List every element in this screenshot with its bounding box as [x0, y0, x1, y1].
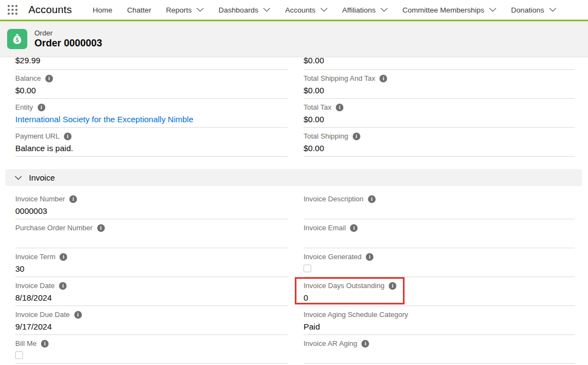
field-value: 0 — [304, 292, 575, 303]
info-icon[interactable]: i — [379, 75, 387, 82]
field-value: $0.00 — [15, 85, 288, 96]
chevron-down-icon — [197, 8, 204, 12]
invoice-generated-checkbox[interactable] — [304, 265, 311, 272]
field-label: Balance — [15, 74, 41, 82]
field-payment-url: Payment URLiBalance is paid. — [15, 128, 288, 157]
order-money-bag-icon: $ — [7, 29, 27, 49]
nav-tab-home[interactable]: Home — [93, 4, 112, 16]
info-icon[interactable]: i — [368, 195, 376, 203]
info-icon[interactable]: i — [353, 133, 360, 140]
field-value: 9/17/2024 — [15, 321, 288, 332]
field-label: Bill Me — [15, 339, 37, 348]
field-value: $0.00 — [304, 143, 575, 154]
field-value — [304, 206, 575, 217]
field-value — [304, 350, 575, 361]
info-icon[interactable]: i — [41, 340, 49, 348]
nav-tab-label: Dashboards — [218, 6, 258, 14]
field-value: $29.99 — [15, 57, 288, 66]
field-value: Paid — [304, 321, 575, 332]
field-label: Total Shipping — [304, 132, 348, 140]
info-icon[interactable]: i — [97, 224, 105, 232]
field-label: Invoice AR Aging — [304, 339, 357, 348]
field-total-shipping-and-tax: Total Shipping And Taxi$0.00 — [304, 70, 575, 99]
field-value: International Society for the Exceptiona… — [15, 114, 288, 125]
info-icon[interactable]: i — [74, 311, 82, 319]
chevron-down-icon — [15, 176, 22, 180]
field-value: $0.00 — [304, 57, 575, 66]
field-column-left-top: $29.99Balancei$0.00EntityiInternational … — [15, 57, 288, 157]
nav-tab-affiliations[interactable]: Affiliations — [342, 4, 388, 16]
record-title: Order 0000003 — [34, 38, 102, 49]
nav-tab-label: Donations — [511, 6, 544, 14]
field-label: Invoice Aging Schedule Category — [304, 310, 408, 319]
field-label: Payment URL — [15, 132, 60, 140]
nav-tabs: HomeChatterReportsDashboardsAccountsAffi… — [93, 4, 588, 16]
record-header: $ Order Order 0000003 — [0, 21, 588, 57]
info-icon[interactable]: i — [45, 75, 53, 82]
field-value: Balance is paid. — [15, 143, 288, 154]
record-detail-panel: $29.99Balancei$0.00EntityiInternational … — [0, 57, 588, 364]
field-scrolled-value: $0.00 — [304, 57, 575, 70]
field-label: Invoice Generated — [304, 253, 361, 261]
field-label: Invoice Term — [15, 253, 55, 261]
field-label: Purchase Order Number — [15, 224, 93, 232]
field-invoice-due-date: Invoice Due Datei9/17/2024 — [15, 306, 288, 335]
info-icon[interactable]: i — [69, 195, 77, 203]
chevron-down-icon — [263, 8, 270, 12]
chevron-down-icon — [381, 8, 388, 12]
field-purchase-order-number: Purchase Order Numberi — [15, 219, 288, 248]
field-label: Invoice Description — [304, 195, 364, 203]
field-entity: EntityiInternational Society for the Exc… — [15, 99, 288, 128]
info-icon[interactable]: i — [389, 282, 396, 290]
field-value: 30 — [15, 264, 288, 274]
nav-tab-label: Affiliations — [342, 6, 376, 14]
info-icon[interactable]: i — [64, 133, 72, 140]
bill-me-checkbox[interactable] — [15, 351, 23, 359]
info-icon[interactable]: i — [60, 253, 67, 261]
field-value — [15, 235, 288, 246]
field-label: Invoice Due Date — [15, 310, 70, 319]
app-launcher-icon[interactable] — [8, 5, 17, 15]
field-total-shipping: Total Shippingi$0.00 — [304, 128, 575, 157]
app-name[interactable]: Accounts — [28, 4, 72, 16]
field-invoice-term: Invoice Termi30 — [15, 248, 288, 277]
field-label: Invoice Date — [15, 282, 55, 290]
field-label: Total Tax — [304, 103, 331, 111]
field-column-left-invoice: Invoice Numberi0000003Purchase Order Num… — [15, 190, 288, 364]
nav-tab-dashboards[interactable]: Dashboards — [218, 4, 270, 16]
field-bill-me: Bill Mei — [15, 335, 288, 364]
field-invoice-generated: Invoice Generatedi — [304, 248, 575, 277]
invoice-section-title: Invoice — [29, 173, 55, 182]
field-invoice-email: Invoice Emaili — [304, 219, 575, 248]
field-value: 8/18/2024 — [15, 292, 288, 303]
field-value: $0.00 — [304, 114, 575, 125]
top-navigation-bar: Accounts HomeChatterReportsDashboardsAcc… — [0, 0, 588, 21]
nav-tab-accounts[interactable]: Accounts — [285, 4, 328, 16]
field-invoice-description: Invoice Descriptioni — [304, 190, 575, 219]
info-icon[interactable]: i — [336, 104, 343, 111]
field-label: Invoice Days Outstanding — [304, 282, 384, 290]
field-label: Entity — [15, 103, 33, 111]
field-value — [304, 235, 575, 246]
record-entity-label: Order — [34, 29, 102, 38]
nav-tab-label: Committee Memberships — [402, 6, 484, 14]
chevron-down-icon — [489, 8, 496, 12]
info-icon[interactable]: i — [38, 104, 45, 111]
field-invoice-days-outstanding: Invoice Days Outstandingi0 — [304, 277, 575, 306]
nav-tab-committee-memberships[interactable]: Committee Memberships — [402, 4, 496, 16]
info-icon[interactable]: i — [361, 340, 369, 348]
field-invoice-aging-schedule-category: Invoice Aging Schedule CategoryPaid — [304, 306, 575, 335]
info-icon[interactable]: i — [366, 253, 373, 261]
field-label: Invoice Number — [15, 195, 65, 203]
info-icon[interactable]: i — [350, 224, 358, 232]
entity-record-link[interactable]: International Society for the Exceptiona… — [15, 115, 193, 124]
nav-tab-label: Chatter — [127, 6, 151, 14]
nav-tab-reports[interactable]: Reports — [166, 4, 204, 16]
nav-tab-label: Reports — [166, 6, 192, 14]
info-icon[interactable]: i — [59, 282, 67, 290]
nav-tab-chatter[interactable]: Chatter — [127, 4, 151, 16]
invoice-section-header[interactable]: Invoice — [5, 169, 582, 186]
field-invoice-date: Invoice Datei8/18/2024 — [15, 277, 288, 306]
nav-tab-donations[interactable]: Donations — [511, 4, 556, 16]
chevron-down-icon — [549, 8, 556, 12]
